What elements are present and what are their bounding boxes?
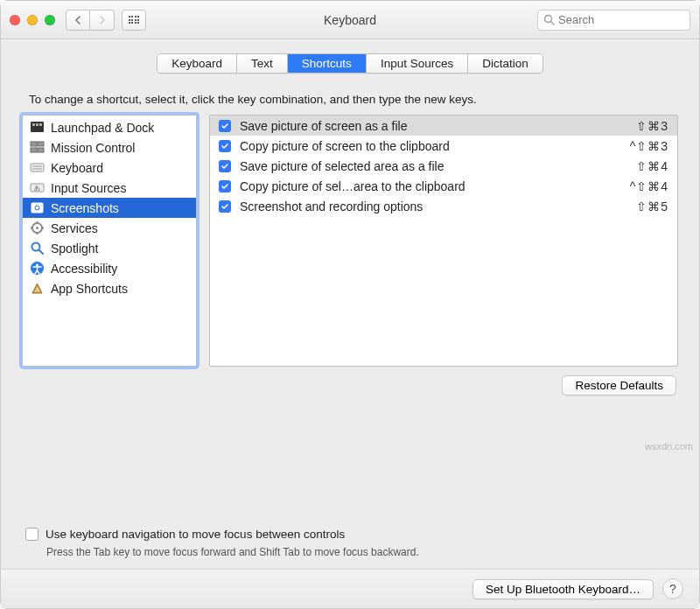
svg-rect-7	[38, 142, 44, 146]
instruction-text: To change a shortcut, select it, click t…	[29, 93, 678, 106]
show-all-button[interactable]	[122, 10, 146, 31]
titlebar: Keyboard	[1, 1, 699, 39]
app-shortcuts-icon: A	[30, 281, 45, 296]
svg-line-1	[551, 22, 555, 25]
svg-text:A: A	[35, 287, 39, 293]
svg-rect-8	[31, 148, 37, 152]
shortcut-label: Screenshot and recording options	[240, 200, 627, 214]
accessibility-icon	[30, 261, 45, 276]
category-label: Keyboard	[51, 161, 103, 175]
tab-input-sources[interactable]: Input Sources	[367, 54, 468, 73]
svg-rect-4	[36, 123, 38, 126]
tab-text[interactable]: Text	[237, 54, 288, 73]
keyboard-nav-hint: Press the Tab key to move focus forward …	[46, 546, 678, 558]
shortcut-checkbox[interactable]	[219, 160, 231, 172]
shortcut-list[interactable]: Save picture of screen as a file⇧⌘3Copy …	[209, 115, 678, 367]
shortcut-keys[interactable]: ^⇧⌘3	[630, 139, 668, 153]
search-field[interactable]	[537, 10, 690, 31]
window-controls	[10, 15, 55, 25]
setup-bluetooth-keyboard-button[interactable]: Set Up Bluetooth Keyboard…	[472, 579, 654, 599]
tab-bar: KeyboardTextShortcutsInput SourcesDictat…	[22, 53, 678, 74]
category-screenshots[interactable]: Screenshots	[23, 198, 196, 218]
preferences-window: Keyboard KeyboardTextShortcutsInput Sour…	[0, 0, 700, 609]
input-sources-icon: あ	[30, 180, 45, 195]
svg-text:あ: あ	[34, 185, 40, 192]
shortcut-checkbox[interactable]	[219, 140, 231, 152]
services-icon	[30, 220, 45, 235]
category-input-sources[interactable]: あInput Sources	[23, 178, 196, 198]
shortcut-keys[interactable]: ^⇧⌘4	[630, 179, 668, 193]
spotlight-icon	[30, 241, 45, 256]
tab-dictation[interactable]: Dictation	[468, 54, 542, 73]
svg-rect-2	[31, 122, 44, 132]
search-icon	[543, 14, 555, 25]
svg-rect-15	[32, 203, 43, 213]
shortcut-checkbox[interactable]	[219, 180, 231, 192]
help-button[interactable]: ?	[662, 578, 683, 599]
category-services[interactable]: Services	[23, 218, 196, 238]
category-label: Launchpad & Dock	[51, 121, 154, 135]
keyboard-nav-checkbox[interactable]	[25, 528, 38, 541]
shortcut-row[interactable]: Copy picture of screen to the clipboard^…	[210, 136, 677, 156]
grid-icon	[129, 16, 140, 24]
keyboard-nav-label: Use keyboard navigation to move focus be…	[46, 528, 345, 541]
svg-line-24	[39, 250, 44, 255]
zoom-window-button[interactable]	[45, 15, 55, 25]
watermark: wsxdn.com	[645, 441, 693, 452]
svg-rect-10	[31, 164, 44, 172]
category-list[interactable]: Launchpad & DockMission ControlKeyboardあ…	[22, 115, 197, 367]
tab-keyboard[interactable]: Keyboard	[158, 54, 237, 73]
shortcut-keys[interactable]: ⇧⌘4	[636, 159, 668, 173]
svg-rect-6	[31, 142, 37, 146]
mission-control-icon	[30, 140, 45, 155]
search-input[interactable]	[558, 13, 684, 26]
category-app-shortcuts[interactable]: AApp Shortcuts	[23, 278, 196, 298]
back-button[interactable]	[66, 10, 90, 31]
footer: Set Up Bluetooth Keyboard… ?	[1, 569, 699, 608]
svg-point-26	[36, 264, 38, 267]
shortcut-row[interactable]: Screenshot and recording options⇧⌘5	[210, 196, 677, 216]
category-label: Services	[51, 221, 98, 235]
category-label: Spotlight	[51, 242, 98, 256]
minimize-window-button[interactable]	[27, 15, 38, 25]
category-launchpad-dock[interactable]: Launchpad & Dock	[23, 117, 196, 137]
shortcut-keys[interactable]: ⇧⌘3	[636, 119, 668, 133]
nav-buttons	[66, 10, 115, 31]
category-mission-control[interactable]: Mission Control	[23, 137, 196, 158]
shortcut-keys[interactable]: ⇧⌘5	[636, 200, 668, 214]
forward-button[interactable]	[90, 10, 115, 31]
shortcut-row[interactable]: Copy picture of sel…area to the clipboar…	[210, 176, 677, 196]
category-spotlight[interactable]: Spotlight	[23, 238, 196, 258]
panels: Launchpad & DockMission ControlKeyboardあ…	[22, 115, 678, 367]
screenshots-icon	[30, 200, 45, 215]
svg-rect-5	[39, 123, 42, 126]
keyboard-nav-checkbox-row[interactable]: Use keyboard navigation to move focus be…	[25, 528, 676, 541]
shortcut-label: Save picture of screen as a file	[240, 119, 627, 133]
shortcut-label: Copy picture of screen to the clipboard	[240, 139, 621, 153]
shortcut-row[interactable]: Save picture of screen as a file⇧⌘3	[210, 116, 677, 136]
svg-rect-3	[32, 123, 35, 126]
keyboard-icon	[30, 160, 45, 175]
shortcut-label: Copy picture of sel…area to the clipboar…	[240, 179, 621, 193]
category-keyboard[interactable]: Keyboard	[23, 158, 196, 178]
window-title: Keyboard	[324, 13, 376, 27]
svg-point-18	[36, 227, 38, 229]
category-label: Accessibility	[51, 262, 117, 276]
close-window-button[interactable]	[10, 15, 20, 25]
shortcut-checkbox[interactable]	[219, 120, 231, 132]
shortcut-row[interactable]: Save picture of selected area as a file⇧…	[210, 156, 677, 176]
category-accessibility[interactable]: Accessibility	[23, 258, 196, 278]
shortcut-label: Save picture of selected area as a file	[240, 159, 627, 173]
shortcut-checkbox[interactable]	[219, 200, 231, 213]
category-label: App Shortcuts	[51, 282, 128, 296]
category-label: Mission Control	[51, 141, 135, 155]
svg-rect-9	[38, 148, 44, 152]
category-label: Screenshots	[51, 201, 119, 215]
restore-defaults-button[interactable]: Restore Defaults	[562, 375, 676, 396]
content-area: KeyboardTextShortcutsInput SourcesDictat…	[1, 39, 699, 569]
tab-shortcuts[interactable]: Shortcuts	[288, 54, 367, 73]
launchpad-icon	[30, 120, 45, 135]
category-label: Input Sources	[51, 181, 126, 195]
